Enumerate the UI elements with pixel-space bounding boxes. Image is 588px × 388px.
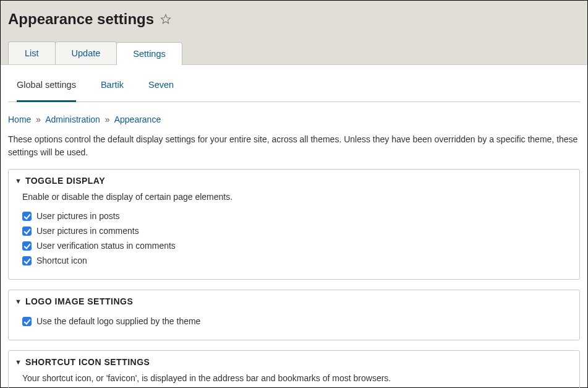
panel-desc: Your shortcut icon, or 'favicon', is dis… (22, 372, 568, 385)
checkbox-user-pictures-comments[interactable] (22, 226, 32, 236)
panel-title: LOGO IMAGE SETTINGS (25, 296, 133, 306)
secondary-tabs: Global settings Bartik Seven (8, 71, 580, 102)
panel-shortcut-settings: ▼ SHORTCUT ICON SETTINGS Your shortcut i… (8, 350, 580, 388)
page-title: Appearance settings (8, 11, 154, 28)
tab-update[interactable]: Update (55, 41, 117, 64)
panel-header-shortcut[interactable]: ▼ SHORTCUT ICON SETTINGS (9, 351, 579, 372)
breadcrumb-admin[interactable]: Administration (45, 114, 100, 124)
panel-logo-settings: ▼ LOGO IMAGE SETTINGS Use the default lo… (8, 290, 580, 340)
checkbox-label[interactable]: Shortcut icon (36, 256, 87, 265)
svg-marker-0 (161, 15, 171, 24)
panel-title: SHORTCUT ICON SETTINGS (25, 357, 150, 367)
panel-header-logo[interactable]: ▼ LOGO IMAGE SETTINGS (9, 290, 579, 311)
subtab-global[interactable]: Global settings (17, 80, 76, 102)
checkbox-label[interactable]: User pictures in posts (36, 211, 120, 221)
panel-header-toggle[interactable]: ▼ TOGGLE DISPLAY (9, 170, 579, 191)
tab-settings[interactable]: Settings (116, 42, 182, 65)
disclosure-icon: ▼ (15, 298, 22, 305)
disclosure-icon: ▼ (15, 177, 22, 184)
star-icon[interactable] (160, 14, 171, 25)
subtab-seven[interactable]: Seven (148, 80, 174, 95)
intro-text: These options control the default displa… (8, 133, 580, 159)
breadcrumb-appearance[interactable]: Appearance (114, 114, 161, 124)
breadcrumb-home[interactable]: Home (8, 114, 31, 124)
checkbox-user-verification[interactable] (22, 241, 32, 251)
checkbox-default-logo[interactable] (22, 317, 32, 326)
breadcrumb: Home » Administration » Appearance (8, 111, 580, 133)
checkbox-shortcut-icon[interactable] (22, 256, 32, 265)
primary-tabs: List Update Settings (8, 41, 580, 64)
breadcrumb-sep: » (33, 114, 43, 124)
subtab-bartik[interactable]: Bartik (101, 80, 124, 95)
checkbox-label[interactable]: Use the default logo supplied by the the… (36, 316, 200, 326)
checkbox-label[interactable]: User pictures in comments (36, 226, 139, 236)
checkbox-user-pictures-posts[interactable] (22, 212, 32, 221)
panel-desc: Enable or disable the display of certain… (22, 191, 568, 204)
panel-toggle-display: ▼ TOGGLE DISPLAY Enable or disable the d… (8, 169, 580, 280)
checkbox-label[interactable]: User verification status in comments (36, 241, 176, 251)
tab-list[interactable]: List (8, 41, 56, 64)
breadcrumb-sep: » (103, 114, 113, 124)
panel-title: TOGGLE DISPLAY (25, 176, 105, 186)
disclosure-icon: ▼ (15, 358, 22, 366)
header-area: Appearance settings List Update Settings (1, 1, 587, 65)
